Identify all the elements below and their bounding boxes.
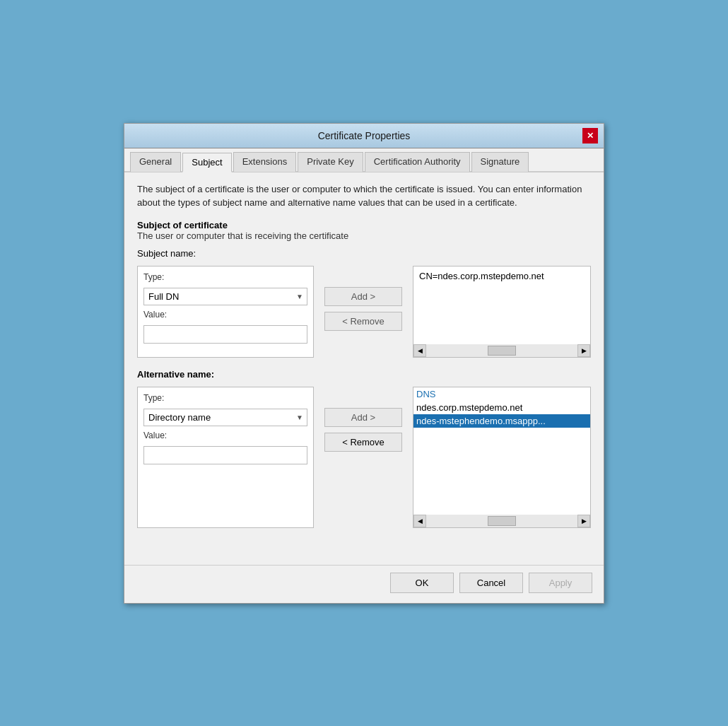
alt-right-content: DNS ndes.corp.mstepdemo.net ndes-mstephe… (413, 387, 590, 515)
subject-add-button[interactable]: Add > (324, 287, 402, 306)
tab-signature[interactable]: Signature (471, 152, 529, 172)
subject-right-panel: CN=ndes.corp.mstepdemo.net ◀ ▶ (413, 266, 591, 358)
subject-value-label: Value: (143, 310, 307, 320)
alt-type-label: Type: (143, 393, 307, 403)
alt-value-label: Value: (143, 431, 307, 440)
subject-scroll-left-icon[interactable]: ◀ (413, 344, 426, 357)
subject-remove-button[interactable]: < Remove (324, 312, 402, 331)
alt-remove-button[interactable]: < Remove (324, 433, 402, 452)
subject-scroll-right-icon[interactable]: ▶ (577, 344, 590, 357)
cancel-button[interactable]: Cancel (459, 573, 523, 593)
alt-name-section: Type: Directory name DNS Email UPN URL I… (137, 387, 591, 528)
ok-button[interactable]: OK (390, 573, 454, 593)
title-bar: Certificate Properties ✕ (124, 124, 604, 148)
alt-right-panel: DNS ndes.corp.mstepdemo.net ndes-mstephe… (413, 387, 591, 528)
subject-of-certificate-header: Subject of certificate The user or compu… (137, 217, 591, 241)
tab-private-key[interactable]: Private Key (298, 152, 363, 172)
subject-type-label: Type: (143, 272, 307, 282)
tab-subject[interactable]: Subject (182, 153, 231, 172)
alt-name-label: Alternative name: (137, 369, 591, 380)
tab-general[interactable]: General (130, 152, 181, 172)
subject-scroll-track (426, 344, 577, 357)
alt-type-wrapper: Directory name DNS Email UPN URL IP Addr… (143, 409, 307, 426)
subject-subheader: The user or computer that is receiving t… (137, 230, 591, 241)
dialog-title: Certificate Properties (146, 130, 582, 141)
dialog-footer: OK Cancel Apply (124, 565, 604, 603)
subject-type-wrapper: Full DN Common Name Country State Locali… (143, 288, 307, 305)
subject-type-select[interactable]: Full DN Common Name Country State Locali… (143, 288, 307, 305)
alt-scroll-track (426, 515, 577, 527)
alt-middle-panel: Add > < Remove (321, 387, 406, 452)
alt-name-left-panel: Type: Directory name DNS Email UPN URL I… (137, 387, 314, 528)
tab-extensions[interactable]: Extensions (233, 152, 297, 172)
tab-certification-authority[interactable]: Certification Authority (365, 152, 470, 172)
alt-scroll-right-icon[interactable]: ▶ (577, 515, 590, 527)
subject-right-content: CN=ndes.corp.mstepdemo.net (413, 267, 590, 344)
subject-name-label: Subject name: (137, 248, 591, 259)
subject-value-input[interactable] (143, 325, 307, 344)
description-text: The subject of a certificate is the user… (137, 182, 591, 210)
certificate-properties-dialog: Certificate Properties ✕ General Subject… (124, 123, 604, 604)
close-button[interactable]: ✕ (582, 128, 598, 144)
alt-dns-label: DNS (413, 387, 590, 401)
alt-value-input[interactable] (143, 446, 307, 464)
subject-name-left-panel: Type: Full DN Common Name Country State … (137, 266, 314, 358)
tab-bar: General Subject Extensions Private Key C… (124, 148, 604, 172)
subject-header: Subject of certificate (137, 220, 591, 230)
apply-button[interactable]: Apply (529, 573, 592, 593)
alt-list-item-2[interactable]: ndes-mstephendemo.msappp... (413, 414, 590, 428)
alt-scroll-thumb[interactable] (488, 516, 516, 526)
subject-name-section: Type: Full DN Common Name Country State … (137, 266, 591, 358)
alt-type-select[interactable]: Directory name DNS Email UPN URL IP Addr… (143, 409, 307, 426)
subject-middle-panel: Add > < Remove (321, 266, 406, 331)
alt-list-item-1[interactable]: ndes.corp.mstepdemo.net (413, 401, 590, 414)
alt-add-button[interactable]: Add > (324, 408, 402, 427)
subject-scrollbar: ◀ ▶ (413, 344, 590, 357)
subject-scroll-thumb[interactable] (488, 346, 516, 356)
tab-content: The subject of a certificate is the user… (124, 172, 604, 565)
subject-right-item: CN=ndes.corp.mstepdemo.net (416, 269, 587, 283)
alt-scrollbar: ◀ ▶ (413, 515, 590, 527)
alt-scroll-left-icon[interactable]: ◀ (413, 515, 426, 527)
